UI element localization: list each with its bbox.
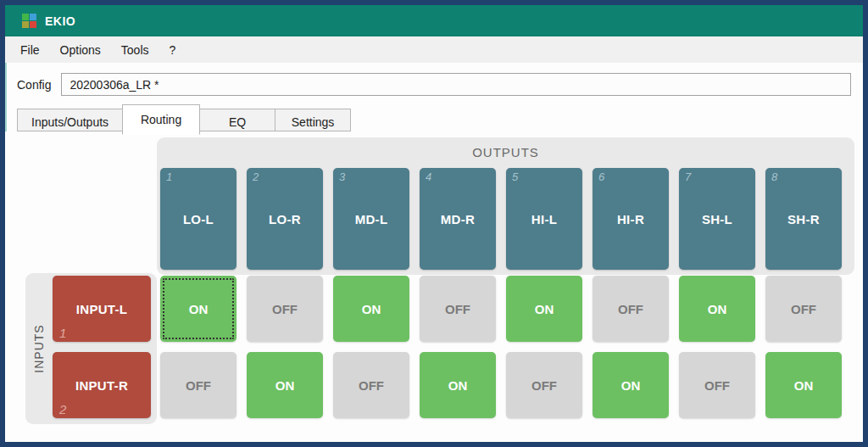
input-number: 1 [59, 326, 66, 340]
routing-cell-input-r-sh-r[interactable]: ON [765, 352, 842, 418]
output-label: SH-L [702, 212, 732, 226]
titlebar: EKIO [5, 5, 863, 36]
window-title: EKIO [45, 14, 75, 28]
routing-cell-input-l-hi-r[interactable]: OFF [593, 276, 669, 342]
menu-item-help[interactable]: ? [159, 39, 186, 61]
tab-inputs-outputs[interactable]: Inputs/Outputs [17, 109, 123, 131]
output-header-sh-l: 7 SH-L [679, 168, 755, 270]
menu-item-options[interactable]: Options [50, 39, 111, 61]
input-header-input-r: INPUT-R 2 [53, 352, 151, 418]
output-number: 4 [426, 170, 431, 183]
output-header-hi-l: 5 HI-L [506, 168, 582, 270]
routing-cell-input-r-hi-l[interactable]: OFF [506, 352, 582, 418]
routing-cell-input-r-hi-r[interactable]: ON [593, 352, 669, 418]
logo-square [22, 21, 29, 28]
logo-square [30, 21, 36, 28]
output-label: HI-L [531, 212, 557, 226]
output-label: HI-R [617, 212, 644, 226]
menu-item-file[interactable]: File [10, 39, 50, 61]
routing-page: OUTPUTS INPUTS 1 LO-L 2 LO-R 3 MD-L 4 MD… [5, 131, 863, 442]
routing-cell-input-r-lo-l[interactable]: OFF [160, 352, 236, 418]
routing-cell-input-r-lo-r[interactable]: ON [247, 352, 323, 418]
tab-strip: Inputs/OutputsRoutingEQSettings [17, 106, 863, 131]
routing-cell-input-l-md-r[interactable]: OFF [420, 276, 496, 342]
menu-bar: FileOptionsTools? [5, 36, 863, 63]
output-label: MD-R [441, 212, 475, 226]
output-label: MD-L [355, 212, 388, 226]
routing-cell-input-r-md-r[interactable]: ON [420, 352, 496, 418]
app-window: EKIO FileOptionsTools? Config Inputs/Out… [0, 0, 868, 447]
output-header-hi-r: 6 HI-R [593, 168, 669, 270]
matrix-row: ONOFFONOFFONOFFONOFF [160, 276, 842, 342]
routing-cell-input-r-sh-l[interactable]: OFF [679, 352, 755, 418]
output-label: SH-R [787, 212, 820, 226]
menu-item-tools[interactable]: Tools [111, 39, 159, 61]
input-number: 2 [59, 402, 66, 416]
routing-cell-input-r-md-l[interactable]: OFF [333, 352, 409, 418]
output-header-sh-r: 8 SH-R [765, 168, 842, 270]
routing-cell-input-l-hi-l[interactable]: ON [506, 276, 582, 342]
routing-cell-input-l-sh-r[interactable]: OFF [765, 276, 842, 342]
routing-cell-input-l-md-l[interactable]: ON [333, 276, 409, 342]
output-header-md-l: 3 MD-L [333, 168, 409, 270]
output-header-md-r: 4 MD-R [420, 168, 496, 270]
output-number: 1 [166, 170, 172, 183]
routing-cell-input-l-lo-r[interactable]: OFF [247, 276, 323, 342]
output-header-lo-r: 2 LO-R [247, 168, 323, 270]
logo-square [30, 14, 36, 20]
outputs-header-row: 1 LO-L 2 LO-R 3 MD-L 4 MD-R 5 HI-L 6 HI-… [160, 168, 842, 270]
output-number: 6 [598, 170, 604, 183]
input-label: INPUT-R [75, 378, 128, 393]
matrix-row: OFFONOFFONOFFONOFFON [160, 352, 842, 418]
outputs-heading: OUTPUTS [157, 137, 854, 159]
tab-routing[interactable]: Routing [122, 104, 200, 135]
output-number: 3 [339, 170, 345, 183]
output-label: LO-L [183, 212, 214, 226]
tab-eq[interactable]: EQ [199, 109, 275, 131]
output-number: 7 [685, 170, 691, 183]
logo-square [22, 14, 29, 20]
input-label: INPUT-L [76, 302, 127, 316]
tab-settings[interactable]: Settings [275, 109, 351, 131]
config-input[interactable] [61, 73, 851, 96]
output-label: LO-R [269, 212, 301, 226]
app-logo-icon [22, 14, 36, 28]
inputs-heading: INPUTS [32, 324, 46, 372]
output-header-lo-l: 1 LO-L [160, 168, 236, 270]
config-row: Config [17, 73, 851, 96]
input-header-input-l: INPUT-L 1 [53, 276, 151, 342]
routing-cell-input-l-lo-l[interactable]: ON [160, 276, 236, 342]
output-number: 5 [512, 170, 518, 183]
output-number: 2 [253, 170, 259, 183]
routing-cell-input-l-sh-l[interactable]: ON [679, 276, 755, 342]
config-label: Config [17, 78, 51, 92]
output-number: 8 [771, 170, 777, 183]
